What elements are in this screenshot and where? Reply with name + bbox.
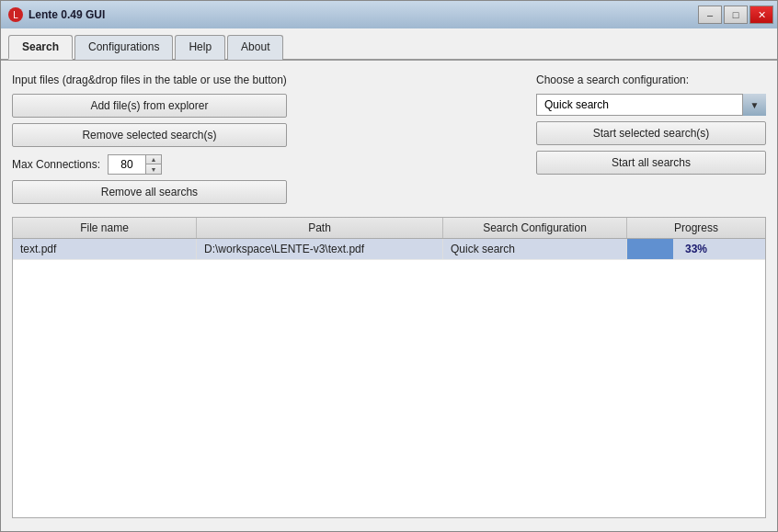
right-section: Choose a search configuration: Quick sea… bbox=[536, 74, 766, 175]
connections-input[interactable] bbox=[109, 155, 145, 174]
spin-buttons: ▲ ▼ bbox=[145, 155, 161, 174]
tab-about[interactable]: About bbox=[227, 35, 283, 60]
connections-input-wrapper: ▲ ▼ bbox=[108, 154, 162, 175]
search-config-dropdown[interactable]: Quick search Deep search Custom bbox=[536, 94, 743, 116]
table-header: File name Path Search Configuration Prog… bbox=[13, 218, 765, 239]
tab-search[interactable]: Search bbox=[8, 35, 73, 60]
title-bar-controls: – □ ✕ bbox=[698, 6, 773, 24]
dropdown-wrapper: Quick search Deep search Custom ▼ bbox=[536, 94, 766, 116]
main-window: L Lente 0.49 GUI – □ ✕ Search Configurat… bbox=[0, 0, 778, 532]
add-files-button[interactable]: Add file(s) from explorer bbox=[12, 94, 287, 118]
cell-filename: text.pdf bbox=[13, 239, 197, 259]
spin-up-button[interactable]: ▲ bbox=[146, 155, 161, 164]
start-all-button[interactable]: Start all searchs bbox=[536, 151, 766, 175]
title-bar: L Lente 0.49 GUI – □ ✕ bbox=[1, 1, 777, 28]
col-header-search-config: Search Configuration bbox=[443, 218, 627, 238]
title-bar-left: L Lente 0.49 GUI bbox=[8, 7, 105, 22]
app-icon: L bbox=[8, 7, 23, 22]
connections-label: Max Connections: bbox=[12, 158, 100, 171]
maximize-button[interactable]: □ bbox=[724, 6, 748, 24]
table-section: File name Path Search Configuration Prog… bbox=[12, 217, 766, 518]
minimize-button[interactable]: – bbox=[698, 6, 722, 24]
cell-progress: 33% bbox=[627, 239, 765, 259]
cell-search-config: Quick search bbox=[443, 239, 627, 259]
dropdown-arrow-icon: ▼ bbox=[742, 94, 766, 116]
table-row[interactable]: text.pdf D:\workspace\LENTE-v3\text.pdf … bbox=[13, 239, 765, 260]
app-icon-letter: L bbox=[13, 10, 18, 20]
col-header-filename: File name bbox=[13, 218, 197, 238]
remove-all-button[interactable]: Remove all searchs bbox=[12, 180, 287, 204]
cell-path: D:\workspace\LENTE-v3\text.pdf bbox=[197, 239, 443, 259]
close-button[interactable]: ✕ bbox=[749, 6, 773, 24]
input-section-label: Input files (drag&drop files in the tabl… bbox=[12, 74, 287, 86]
window-title: Lente 0.49 GUI bbox=[29, 8, 105, 21]
left-section: Input files (drag&drop files in the tabl… bbox=[12, 74, 287, 204]
tabs-bar: Search Configurations Help About bbox=[1, 28, 777, 61]
top-section: Input files (drag&drop files in the tabl… bbox=[12, 74, 766, 204]
main-content: Input files (drag&drop files in the tabl… bbox=[1, 61, 777, 531]
start-selected-button[interactable]: Start selected search(s) bbox=[536, 121, 766, 145]
remove-selected-button[interactable]: Remove selected search(s) bbox=[12, 123, 287, 147]
col-header-progress: Progress bbox=[627, 218, 765, 238]
connections-row: Max Connections: ▲ ▼ bbox=[12, 154, 287, 175]
tab-configurations[interactable]: Configurations bbox=[74, 35, 173, 60]
table-body: text.pdf D:\workspace\LENTE-v3\text.pdf … bbox=[13, 239, 765, 260]
search-config-label: Choose a search configuration: bbox=[536, 74, 766, 86]
col-header-path: Path bbox=[197, 218, 443, 238]
tab-help[interactable]: Help bbox=[175, 35, 225, 60]
spin-down-button[interactable]: ▼ bbox=[146, 164, 161, 174]
